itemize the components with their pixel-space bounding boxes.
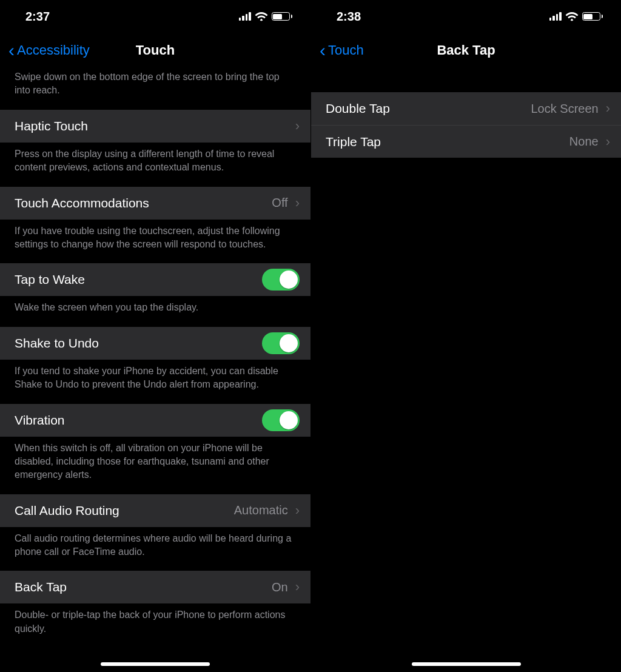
cell-triple-tap[interactable]: Triple Tap None › <box>311 125 621 158</box>
cell-label: Shake to Undo <box>15 336 99 351</box>
battery-icon <box>582 12 603 21</box>
cell-value: Automatic <box>234 503 288 517</box>
touch-accom-footer: If you have trouble using the touchscree… <box>0 220 310 264</box>
vibration-footer: When this switch is off, all vibration o… <box>0 437 310 494</box>
back-button[interactable]: ‹ Accessibility <box>0 41 90 59</box>
status-bar: 2:37 <box>0 0 310 33</box>
cell-label: Call Audio Routing <box>15 503 119 518</box>
back-button[interactable]: ‹ Touch <box>311 41 364 59</box>
cell-call-audio-routing[interactable]: Call Audio Routing Automatic › <box>0 494 310 527</box>
home-indicator[interactable] <box>101 662 210 666</box>
wifi-icon <box>255 12 268 21</box>
cellular-icon <box>239 12 251 21</box>
cell-value: Off <box>272 196 287 210</box>
cell-label: Back Tap <box>15 580 67 594</box>
cell-double-tap[interactable]: Double Tap Lock Screen › <box>311 92 621 125</box>
chevron-right-icon: › <box>606 101 610 116</box>
toggle-vibration[interactable] <box>262 409 300 431</box>
reachability-footer: Swipe down on the bottom edge of the scr… <box>0 68 310 110</box>
screen-touch-settings: 2:37 ‹ Accessibility Touch Swipe down on… <box>0 0 310 672</box>
chevron-right-icon: › <box>295 195 300 211</box>
cell-label: Haptic Touch <box>15 119 88 133</box>
backtap-footer: Double- or triple-tap the back of your i… <box>0 603 310 648</box>
chevron-right-icon: › <box>295 118 300 134</box>
chevron-right-icon: › <box>295 503 300 519</box>
screen-back-tap-settings: 2:38 ‹ Touch Back Tap Double Tap Lock Sc… <box>310 0 621 672</box>
cell-shake-to-undo: Shake to Undo <box>0 327 310 360</box>
nav-bar: ‹ Accessibility Touch <box>0 33 310 68</box>
chevron-right-icon: › <box>295 579 300 595</box>
tap-wake-footer: Wake the screen when you tap the display… <box>0 296 310 326</box>
cell-label: Triple Tap <box>326 135 381 149</box>
wifi-icon <box>565 12 579 21</box>
toggle-shake-to-undo[interactable] <box>262 332 300 354</box>
cell-touch-accommodations[interactable]: Touch Accommodations Off › <box>0 187 310 220</box>
status-time: 2:37 <box>25 10 50 24</box>
shake-footer: If you tend to shake your iPhone by acci… <box>0 360 310 404</box>
cell-value: None <box>569 135 599 149</box>
back-label: Accessibility <box>17 42 90 58</box>
cell-value: Lock Screen <box>531 102 599 116</box>
cell-label: Touch Accommodations <box>15 196 149 210</box>
cell-label: Tap to Wake <box>15 272 85 287</box>
cell-tap-to-wake: Tap to Wake <box>0 263 310 296</box>
cellular-icon <box>549 12 562 21</box>
toggle-tap-to-wake[interactable] <box>262 269 300 291</box>
cell-back-tap[interactable]: Back Tap On › <box>0 571 310 603</box>
battery-icon <box>272 12 293 21</box>
chevron-right-icon: › <box>606 134 610 150</box>
cell-label: Vibration <box>15 413 65 428</box>
cell-value: On <box>272 580 288 594</box>
cell-haptic-touch[interactable]: Haptic Touch › <box>0 110 310 143</box>
chevron-left-icon: ‹ <box>320 41 326 59</box>
home-indicator[interactable] <box>412 662 521 666</box>
chevron-left-icon: ‹ <box>8 41 15 59</box>
back-label: Touch <box>328 42 364 58</box>
nav-bar: ‹ Touch Back Tap <box>311 33 621 68</box>
status-bar: 2:38 <box>311 0 621 33</box>
status-time: 2:38 <box>337 10 361 24</box>
haptic-footer: Press on the display using a different l… <box>0 143 310 187</box>
car-footer: Call audio routing determines where audi… <box>0 527 310 571</box>
cell-vibration: Vibration <box>0 404 310 437</box>
cell-label: Double Tap <box>326 101 390 116</box>
